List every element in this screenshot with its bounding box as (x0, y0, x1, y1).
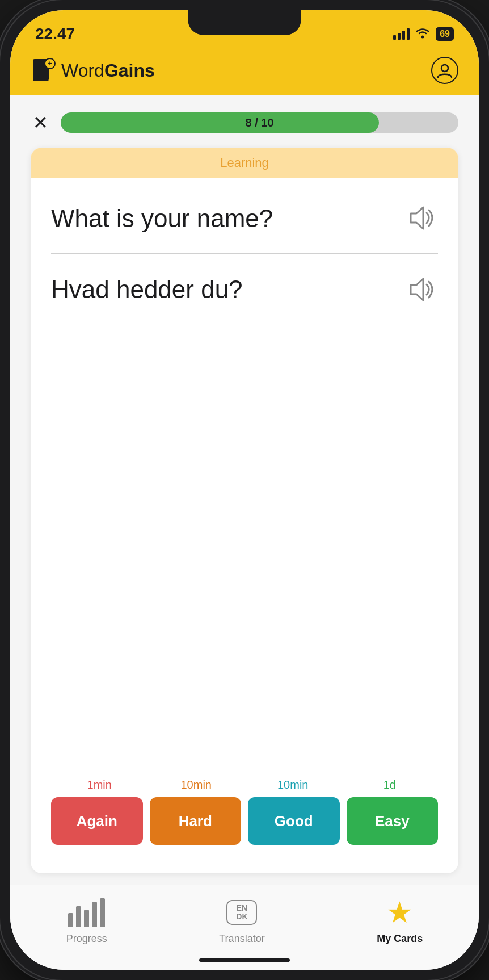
question-text: What is your name? (51, 203, 273, 234)
signal-icon (393, 28, 410, 40)
question-row: What is your name? (51, 201, 438, 253)
timing-good: 10min (253, 778, 332, 791)
status-icons: 69 (393, 27, 454, 41)
notch (188, 10, 301, 35)
app-header: + WordGains (10, 49, 479, 95)
timing-row: 1min 10min 10min 1d (51, 778, 438, 791)
answer-text: Hvad hedder du? (51, 274, 243, 305)
wifi-icon (415, 27, 430, 41)
nav-my-cards-label: My Cards (377, 933, 423, 945)
app-logo: + WordGains (31, 58, 155, 83)
phone-frame: 22.47 69 (0, 0, 489, 980)
translator-icon: EN DK (226, 897, 258, 928)
card-mode-label: Learning (220, 156, 269, 170)
progress-fill (61, 112, 379, 133)
status-time: 22.47 (35, 25, 75, 43)
progress-row: ✕ 8 / 10 (31, 111, 458, 134)
question-sound-button[interactable] (404, 201, 438, 235)
answer-row: Hvad hedder du? (51, 273, 438, 307)
timing-again: 1min (60, 778, 139, 791)
card-divider (51, 253, 438, 254)
battery-icon: 69 (436, 27, 454, 41)
nav-progress[interactable]: Progress (66, 897, 107, 945)
svg-point-4 (441, 65, 448, 72)
timing-easy: 1d (350, 778, 429, 791)
screen: 22.47 69 (10, 10, 479, 970)
nav-my-cards[interactable]: ★ My Cards (377, 897, 423, 945)
app-name: WordGains (61, 60, 155, 81)
progress-label: 8 / 10 (245, 116, 273, 129)
bottom-nav: Progress EN DK Translator ★ My C (10, 885, 479, 950)
answer-sound-button[interactable] (404, 273, 438, 307)
again-button[interactable]: Again (51, 797, 143, 845)
profile-button[interactable] (431, 57, 458, 84)
nav-progress-label: Progress (66, 933, 107, 945)
hard-button[interactable]: Hard (150, 797, 242, 845)
home-indicator (10, 950, 479, 970)
timing-hard: 10min (157, 778, 236, 791)
nav-translator[interactable]: EN DK Translator (219, 897, 264, 945)
progress-icon (71, 897, 103, 928)
translator-icon-box: EN DK (226, 900, 257, 925)
card-header: Learning (31, 148, 458, 178)
good-button[interactable]: Good (248, 797, 340, 845)
progress-bar: 8 / 10 (61, 112, 458, 133)
close-button[interactable]: ✕ (31, 111, 50, 134)
flashcard: Learning What is your name? (31, 148, 458, 873)
main-content: ✕ 8 / 10 Learning What is your name? (10, 95, 479, 885)
home-bar (199, 958, 290, 962)
logo-icon: + (31, 58, 56, 83)
action-buttons: Again Hard Good Easy (51, 797, 438, 845)
card-body: What is your name? Hvad hedder du? (31, 178, 458, 873)
my-cards-icon: ★ (384, 897, 416, 928)
nav-translator-label: Translator (219, 933, 264, 945)
svg-text:+: + (48, 59, 52, 68)
easy-button[interactable]: Easy (347, 797, 439, 845)
